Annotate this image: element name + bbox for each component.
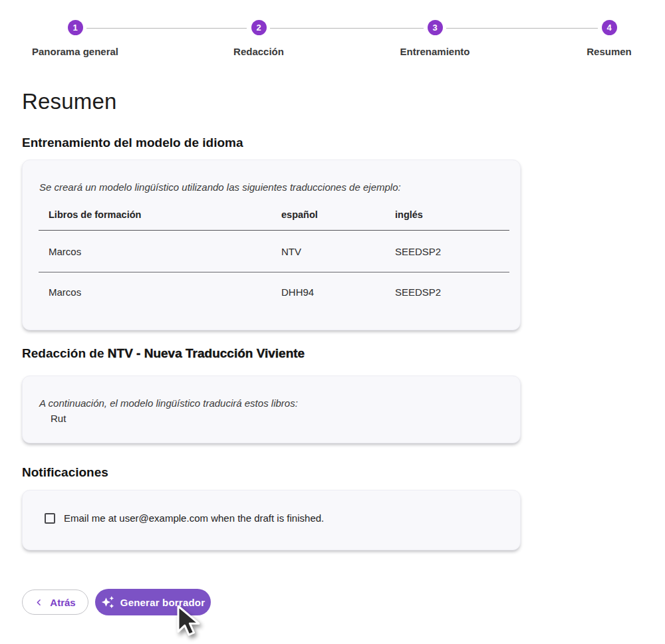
wizard-stepper: 1 Panorama general 2 Redacción 3 Entrena… (0, 0, 665, 66)
drafting-intro-text: A continuación, el modelo lingüístico tr… (39, 397, 298, 409)
generate-draft-button-label: Generar borrador (120, 597, 205, 608)
step-3-label: Entrenamiento (375, 46, 495, 57)
cell-book: Marcos (39, 272, 271, 312)
training-books-table: Libros de formación español inglés Marco… (39, 203, 509, 312)
back-button-label: Atrás (50, 597, 75, 608)
step-1-badge: 1 (68, 20, 83, 35)
step-panorama-general[interactable]: 1 Panorama general (15, 20, 135, 57)
drafting-book-item: Rut (51, 413, 66, 424)
cell-source: DHH94 (271, 272, 385, 312)
cell-book: Marcos (39, 231, 271, 272)
cell-target: SEEDSP2 (385, 231, 509, 272)
table-header-row: Libros de formación español inglés (39, 203, 509, 231)
email-notification-label: Email me at user@example.com when the dr… (64, 512, 324, 524)
step-2-label: Redacción (199, 46, 319, 57)
notifications-card: Email me at user@example.com when the dr… (22, 490, 521, 550)
step-1-label: Panorama general (15, 46, 135, 57)
step-4-label: Resumen (549, 46, 665, 57)
generate-draft-button[interactable]: Generar borrador (95, 589, 211, 615)
chevron-left-icon (35, 598, 43, 607)
sparkle-icon (101, 595, 114, 609)
step-4-badge: 4 (602, 20, 617, 35)
drafting-section-heading: Redacción de NTV - Nueva Traducción Vivi… (22, 346, 305, 361)
training-intro-text: Se creará un modelo lingüístico utilizan… (39, 181, 401, 193)
column-header-books: Libros de formación (39, 203, 271, 231)
drafting-heading-translation-name: NTV - Nueva Traducción Viviente (108, 346, 305, 360)
column-header-target-lang: inglés (385, 203, 509, 231)
column-header-source-lang: español (271, 203, 385, 231)
cell-source: NTV (271, 231, 385, 272)
email-notification-checkbox[interactable] (45, 513, 55, 524)
email-notification-row: Email me at user@example.com when the dr… (45, 512, 324, 524)
training-summary-card: Se creará un modelo lingüístico utilizan… (22, 160, 521, 330)
drafting-summary-card: A continuación, el modelo lingüístico tr… (22, 376, 521, 443)
page-title: Resumen (22, 89, 117, 114)
table-row: Marcos NTV SEEDSP2 (39, 231, 509, 272)
drafting-heading-prefix: Redacción de (22, 346, 108, 360)
step-2-badge: 2 (251, 20, 267, 35)
training-section-heading: Entrenamiento del modelo de idioma (22, 136, 243, 150)
step-entrenamiento[interactable]: 3 Entrenamiento (375, 20, 495, 57)
back-button[interactable]: Atrás (22, 590, 88, 615)
notifications-section-heading: Notificaciones (22, 465, 108, 480)
table-row: Marcos DHH94 SEEDSP2 (39, 272, 509, 312)
step-redaccion[interactable]: 2 Redacción (199, 20, 319, 57)
step-resumen[interactable]: 4 Resumen (549, 20, 665, 57)
step-3-badge: 3 (428, 20, 443, 35)
cell-target: SEEDSP2 (385, 272, 509, 312)
